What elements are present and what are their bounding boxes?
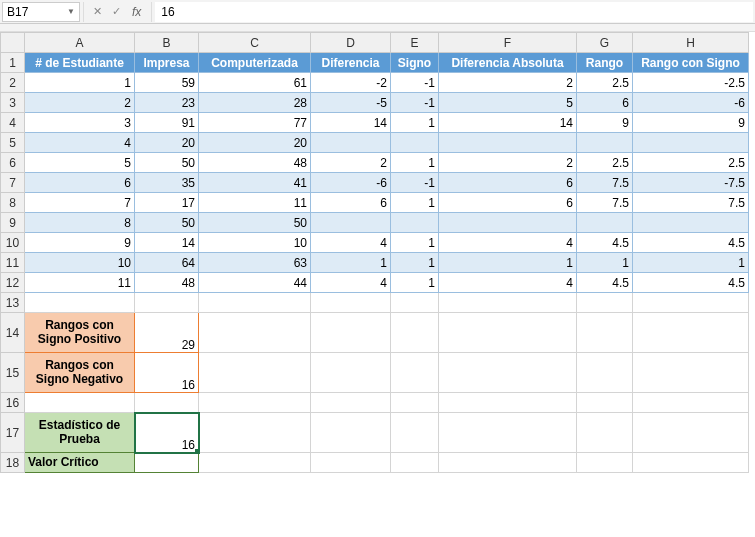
cell[interactable]: 1 <box>391 153 439 173</box>
cell[interactable]: 1 <box>311 253 391 273</box>
hdr-signo[interactable]: Signo <box>391 53 439 73</box>
cell[interactable]: -6 <box>311 173 391 193</box>
col-header-H[interactable]: H <box>633 33 749 53</box>
cell[interactable] <box>391 353 439 393</box>
cell[interactable] <box>633 353 749 393</box>
cell[interactable]: 14 <box>311 113 391 133</box>
cell[interactable] <box>199 293 311 313</box>
hdr-diferencia[interactable]: Diferencia <box>311 53 391 73</box>
cell[interactable]: 2 <box>439 153 577 173</box>
cell[interactable]: 48 <box>135 273 199 293</box>
cell[interactable]: 2 <box>439 73 577 93</box>
hdr-impresa[interactable]: Impresa <box>135 53 199 73</box>
cell[interactable]: -6 <box>633 93 749 113</box>
col-header-B[interactable]: B <box>135 33 199 53</box>
cell[interactable] <box>439 293 577 313</box>
cell[interactable]: -1 <box>391 173 439 193</box>
cancel-icon[interactable]: ✕ <box>88 3 106 21</box>
cell[interactable] <box>633 453 749 473</box>
cell[interactable]: 7.5 <box>577 173 633 193</box>
cell[interactable] <box>577 293 633 313</box>
cell[interactable]: 4 <box>439 233 577 253</box>
row-header-5[interactable]: 5 <box>1 133 25 153</box>
cell[interactable] <box>199 313 311 353</box>
cell[interactable] <box>439 213 577 233</box>
cell[interactable]: 6 <box>439 173 577 193</box>
cell[interactable]: 11 <box>25 273 135 293</box>
rangos-neg-value[interactable]: 16 <box>135 353 199 393</box>
cell[interactable] <box>25 293 135 313</box>
cell[interactable]: -5 <box>311 93 391 113</box>
row-header-2[interactable]: 2 <box>1 73 25 93</box>
cell[interactable]: -1 <box>391 73 439 93</box>
cell[interactable]: -2.5 <box>633 73 749 93</box>
estadistico-value[interactable]: 16 <box>135 413 199 453</box>
name-box[interactable]: B17 ▼ <box>2 2 80 22</box>
cell[interactable]: 77 <box>199 113 311 133</box>
cell[interactable]: 1 <box>577 253 633 273</box>
cell[interactable] <box>199 413 311 453</box>
cell[interactable] <box>577 413 633 453</box>
row-header-9[interactable]: 9 <box>1 213 25 233</box>
cell[interactable]: 50 <box>135 153 199 173</box>
cell[interactable] <box>199 453 311 473</box>
cell[interactable] <box>311 213 391 233</box>
row-header-15[interactable]: 15 <box>1 353 25 393</box>
fx-icon[interactable]: fx <box>126 5 147 19</box>
cell[interactable] <box>577 133 633 153</box>
row-header-11[interactable]: 11 <box>1 253 25 273</box>
cell[interactable]: 8 <box>25 213 135 233</box>
hdr-rango[interactable]: Rango <box>577 53 633 73</box>
cell[interactable]: 6 <box>439 193 577 213</box>
hdr-rango-signo[interactable]: Rango con Signo <box>633 53 749 73</box>
cell[interactable]: -1 <box>391 93 439 113</box>
cell[interactable]: 2.5 <box>577 153 633 173</box>
cell[interactable]: 1 <box>391 113 439 133</box>
cell[interactable] <box>577 353 633 393</box>
cell[interactable] <box>439 313 577 353</box>
row-header-6[interactable]: 6 <box>1 153 25 173</box>
cell[interactable]: 20 <box>135 133 199 153</box>
cell[interactable]: 1 <box>391 193 439 213</box>
cell[interactable] <box>439 453 577 473</box>
cell[interactable] <box>391 313 439 353</box>
cell[interactable]: 10 <box>25 253 135 273</box>
row-header-10[interactable]: 10 <box>1 233 25 253</box>
row-header-3[interactable]: 3 <box>1 93 25 113</box>
cell[interactable]: 35 <box>135 173 199 193</box>
cell[interactable] <box>199 353 311 393</box>
cell[interactable] <box>577 393 633 413</box>
cell[interactable]: 4 <box>311 273 391 293</box>
cell[interactable]: 5 <box>439 93 577 113</box>
cell[interactable] <box>439 133 577 153</box>
cell[interactable]: 1 <box>633 253 749 273</box>
cell[interactable] <box>577 213 633 233</box>
cell[interactable]: 4.5 <box>633 273 749 293</box>
cell[interactable]: 44 <box>199 273 311 293</box>
cell[interactable] <box>135 293 199 313</box>
col-header-G[interactable]: G <box>577 33 633 53</box>
cell[interactable] <box>633 133 749 153</box>
cell[interactable] <box>135 393 199 413</box>
hdr-estudiante[interactable]: # de Estudiante <box>25 53 135 73</box>
cell[interactable]: 4 <box>25 133 135 153</box>
cell[interactable]: 1 <box>391 253 439 273</box>
cell[interactable] <box>391 413 439 453</box>
row-header-17[interactable]: 17 <box>1 413 25 453</box>
row-header-1[interactable]: 1 <box>1 53 25 73</box>
row-header-13[interactable]: 13 <box>1 293 25 313</box>
cell[interactable]: 9 <box>577 113 633 133</box>
cell[interactable]: 10 <box>199 233 311 253</box>
row-header-12[interactable]: 12 <box>1 273 25 293</box>
cell[interactable]: 91 <box>135 113 199 133</box>
cell[interactable] <box>633 293 749 313</box>
cell[interactable]: 17 <box>135 193 199 213</box>
cell[interactable] <box>391 213 439 233</box>
estadistico-label[interactable]: Estadístico de Prueba <box>25 413 135 453</box>
cell[interactable]: 23 <box>135 93 199 113</box>
cell[interactable]: 1 <box>391 273 439 293</box>
valor-critico-value[interactable] <box>135 453 199 473</box>
cell[interactable]: 4.5 <box>577 233 633 253</box>
cell[interactable] <box>199 393 311 413</box>
cell[interactable]: -2 <box>311 73 391 93</box>
